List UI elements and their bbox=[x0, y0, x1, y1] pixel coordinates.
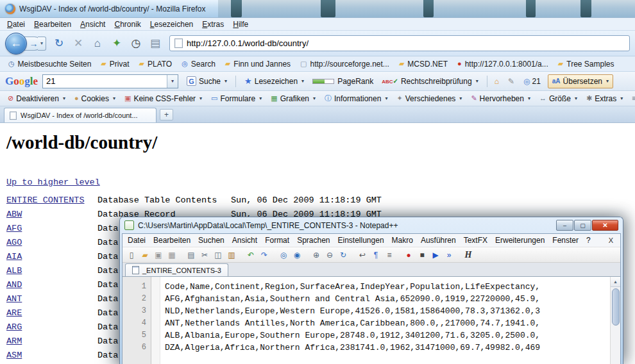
menu-item[interactable]: Fenster bbox=[548, 235, 582, 246]
menu-item[interactable]: Datei bbox=[3, 19, 30, 30]
entry-link[interactable]: AGO bbox=[6, 238, 97, 247]
webdev-menu-item[interactable]: ✱ Extras bbox=[582, 93, 627, 104]
menu-item[interactable]: Erweiterungen bbox=[491, 235, 548, 246]
feed-icon[interactable]: ✦ bbox=[108, 35, 125, 52]
redo-icon[interactable]: ↷ bbox=[258, 249, 270, 261]
url-input[interactable] bbox=[187, 38, 625, 48]
bookmarks-menu-button[interactable]: ★ Lesezeichen bbox=[241, 74, 308, 88]
bookmark-item[interactable]: ● http://127.0.0.1:8001/a... bbox=[453, 58, 553, 70]
zoom-out-icon[interactable]: ⊖ bbox=[324, 249, 335, 261]
menu-item[interactable]: Lesezeichen bbox=[146, 19, 198, 30]
minimize-button[interactable]: – bbox=[556, 220, 573, 231]
webdev-menu-item[interactable]: ✎ Hervorheben bbox=[467, 93, 534, 104]
webdev-menu-item[interactable]: ▦ Grafiken bbox=[267, 93, 319, 104]
webdev-menu-item[interactable]: ● Cookies bbox=[71, 93, 119, 104]
new-tab-button[interactable]: + bbox=[160, 109, 173, 120]
entry-link[interactable]: ANT bbox=[6, 294, 97, 304]
cut-icon[interactable]: ✂ bbox=[199, 249, 210, 261]
bookmark-item[interactable]: ▰ Finn und Jannes bbox=[221, 58, 295, 70]
scrollbar-thumb[interactable] bbox=[612, 288, 620, 326]
entry-link[interactable]: AFG bbox=[6, 224, 97, 233]
spellcheck-button[interactable]: ABC✓ Rechtschreibprüfung bbox=[378, 75, 482, 88]
entry-link[interactable]: ALB bbox=[6, 266, 97, 276]
entry-link[interactable]: ABW bbox=[6, 210, 97, 219]
editor-scrollbar[interactable] bbox=[610, 277, 620, 364]
play-macro-icon[interactable]: ▶ bbox=[430, 249, 441, 261]
close-document-button[interactable]: X bbox=[603, 236, 619, 244]
back-button[interactable] bbox=[5, 33, 27, 54]
bookmark-item[interactable]: ▰ Tree Samples bbox=[554, 58, 619, 70]
up-link[interactable]: Up to higher level bbox=[6, 178, 100, 187]
indent-guide-icon[interactable]: ≡ bbox=[384, 249, 395, 261]
stop-icon[interactable]: ✕ bbox=[70, 35, 87, 52]
menu-item[interactable]: TextFX bbox=[460, 235, 491, 246]
menu-item[interactable]: Hilfe bbox=[228, 19, 253, 30]
record-macro-icon[interactable]: ● bbox=[403, 249, 414, 261]
history-dropdown-button[interactable] bbox=[38, 37, 46, 51]
bookmark-item[interactable]: ▰ MCSD.NET bbox=[394, 58, 452, 70]
scroll-up-button[interactable] bbox=[611, 277, 621, 287]
history-clock-icon[interactable]: ◷ bbox=[128, 35, 144, 52]
notepad-titlebar[interactable]: C:\Users\Martin\AppData\Local\Temp\_ENTI… bbox=[120, 217, 623, 233]
open-file-icon[interactable]: ▰ bbox=[139, 249, 151, 261]
new-file-icon[interactable]: ▯ bbox=[126, 249, 137, 261]
stop-macro-icon[interactable]: ■ bbox=[416, 249, 428, 261]
run-multiple-icon[interactable]: » bbox=[443, 249, 455, 261]
webdev-menu-item[interactable]: ≡ Quellte bbox=[628, 93, 635, 104]
menu-item[interactable]: Ausführen bbox=[417, 235, 460, 246]
paste-icon[interactable]: ▥ bbox=[226, 249, 237, 261]
highlight-pen-icon[interactable]: ✎ bbox=[505, 76, 519, 87]
entry-link[interactable]: AIA bbox=[6, 252, 97, 261]
sync-scroll-icon[interactable]: ↻ bbox=[337, 249, 349, 261]
pagerank-indicator[interactable]: PageRank bbox=[312, 77, 373, 86]
menu-item[interactable]: Ansicht bbox=[228, 235, 261, 246]
entry-link[interactable]: ENTIRE CONTENTS bbox=[6, 195, 97, 205]
replace-icon[interactable]: ◉ bbox=[291, 249, 303, 261]
menu-item[interactable]: ? bbox=[582, 235, 595, 246]
search-history-dropdown[interactable] bbox=[167, 75, 178, 88]
html-preview-icon[interactable]: H bbox=[462, 249, 474, 261]
save-icon[interactable]: ▣ bbox=[153, 249, 164, 261]
menu-item[interactable]: Einstellungen bbox=[334, 235, 388, 246]
menu-item[interactable]: Suchen bbox=[194, 235, 228, 246]
save-all-icon[interactable]: ▦ bbox=[166, 249, 178, 261]
entry-link[interactable]: ARG bbox=[6, 322, 97, 332]
menu-item[interactable]: Makro bbox=[388, 235, 417, 246]
firefox-titlebar[interactable]: WsgiDAV - Index of /world-db/country/ - … bbox=[0, 0, 635, 18]
maximize-button[interactable]: ▢ bbox=[574, 220, 591, 231]
find-count-icon[interactable]: ◎ 21 bbox=[521, 76, 543, 87]
webdev-menu-item[interactable]: ▣ Keine CSS-Fehler bbox=[121, 93, 206, 104]
bookmark-item[interactable]: ◎ Search bbox=[177, 58, 220, 70]
webdev-menu-item[interactable]: ⊘ Deaktivieren bbox=[4, 93, 69, 104]
webdev-menu-item[interactable]: ⓘ Informationen bbox=[321, 93, 391, 104]
bookmark-item[interactable]: ◷ Meistbesuchte Seiten bbox=[4, 58, 96, 70]
entry-link[interactable]: AND bbox=[6, 280, 97, 290]
entry-link[interactable]: ASM bbox=[6, 351, 97, 360]
print-icon[interactable]: ▤ bbox=[185, 249, 197, 261]
menu-item[interactable]: Bearbeiten bbox=[149, 235, 194, 246]
editor-tab[interactable]: _ENTIRE_CONTENTS-3 bbox=[125, 263, 228, 276]
menu-item[interactable]: Datei bbox=[124, 235, 149, 246]
webdev-menu-item[interactable]: ✦ Verschiedenes bbox=[393, 93, 466, 104]
editor-area[interactable]: 1 Code,Name,Continent,Region,SurfaceArea… bbox=[123, 277, 620, 364]
translate-button[interactable]: aA Übersetzen bbox=[548, 74, 613, 88]
close-button[interactable]: ✕ bbox=[592, 220, 618, 231]
copy-icon[interactable]: ◫ bbox=[212, 249, 224, 261]
sidewiki-icon[interactable]: ⌂ bbox=[492, 76, 504, 87]
menu-item[interactable]: Ansicht bbox=[76, 19, 110, 30]
menu-item[interactable]: Bearbeiten bbox=[30, 19, 76, 30]
bookmark-item[interactable]: ▰ PLATO bbox=[135, 58, 177, 70]
google-search-input[interactable] bbox=[43, 75, 167, 88]
menu-item[interactable]: Chronik bbox=[110, 19, 145, 30]
reload-icon[interactable]: ↻ bbox=[51, 35, 67, 52]
word-wrap-icon[interactable]: ↩ bbox=[357, 249, 368, 261]
webdev-menu-item[interactable]: ▭ Formulare bbox=[207, 93, 266, 104]
home-icon[interactable]: ⌂ bbox=[89, 35, 106, 52]
menu-item[interactable]: Extras bbox=[198, 19, 228, 30]
browser-tab[interactable]: WsgiDAV - Index of /world-db/count... bbox=[4, 108, 157, 122]
undo-icon[interactable]: ↶ bbox=[245, 249, 257, 261]
google-search-button[interactable]: G Suche bbox=[183, 74, 231, 88]
menu-item[interactable]: Format bbox=[261, 235, 293, 246]
webdev-menu-item[interactable]: ↔ Größe bbox=[536, 93, 581, 104]
print-icon[interactable]: ▤ bbox=[147, 35, 164, 52]
